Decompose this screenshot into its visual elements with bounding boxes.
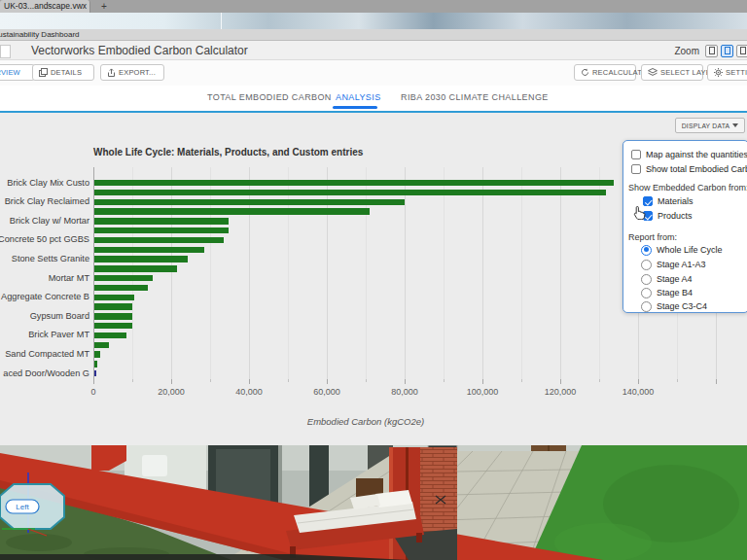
radio-whole-life-cycle[interactable] [641, 245, 652, 256]
pane-icon [740, 47, 746, 54]
axis-tick [249, 379, 250, 384]
axis-tick [560, 379, 561, 384]
select-layers-button[interactable]: SELECT LAYERS... [641, 64, 703, 81]
bar-gypsum-board[interactable] [94, 313, 132, 319]
axis-tick [638, 379, 639, 384]
bar-stone-setts-granite[interactable] [94, 256, 188, 262]
radio-stage-c3-c4[interactable] [641, 301, 652, 312]
refresh-icon [581, 68, 589, 77]
checkbox-0[interactable] [631, 150, 641, 159]
display-data-label: DISPLAY DATA [682, 122, 730, 129]
tab-total-embodied-carbon[interactable]: TOTAL EMBODIED CARBON [207, 92, 332, 102]
overview-button[interactable]: OVERVIEW [0, 64, 35, 81]
axis-tick [405, 379, 406, 384]
bar-aggregate-concrete-b[interactable] [94, 295, 134, 300]
bar-brick-clay-w-mortar[interactable] [94, 218, 229, 224]
bar-concrete-50-pct-ggbs[interactable] [94, 237, 224, 243]
3d-viewport-render[interactable]: Left [0, 445, 747, 560]
bar-mortar-mt[interactable] [94, 275, 153, 281]
checkbox-label: Map against the quantities [646, 150, 747, 159]
active-tab-underline [333, 106, 377, 109]
axis-tick [93, 379, 94, 384]
bar-brick-paver-mt[interactable] [94, 332, 126, 338]
y-axis-category-label: Concrete 50 pct GGBS [0, 234, 89, 244]
scene-shapes [0, 445, 747, 560]
y-axis-category-label: Brick Clay Mix Custo [7, 178, 89, 188]
document-tab-bar: UK-03...andscape.vwx + [0, 0, 747, 13]
axis-tick [444, 379, 445, 382]
dashboard-header: Vectorworks Embodied Carbon Calculator Z… [0, 41, 747, 60]
zoom-pane-1-button[interactable] [705, 45, 718, 57]
radio-stage-a1-a3[interactable] [641, 260, 652, 270]
collapse-icon[interactable] [0, 45, 11, 58]
settings-button[interactable]: SETTINGS [707, 64, 747, 81]
background-sky-strip [0, 13, 747, 29]
bar-unlabeled[interactable] [94, 247, 204, 253]
pane-icon [725, 47, 730, 54]
zoom-label: Zoom [674, 46, 699, 56]
y-axis-category-label: Brick Clay Reclaimed [5, 196, 89, 206]
axis-tick [366, 379, 367, 382]
y-axis-category-label: Stone Setts Granite [12, 254, 89, 263]
export-button[interactable]: EXPORT... [100, 64, 164, 81]
group-heading: Report from: [628, 232, 677, 242]
recalculate-label: RECALCULATE [592, 68, 647, 77]
export-icon [107, 68, 116, 78]
axis-tick [327, 379, 328, 384]
bar-unlabeled[interactable] [94, 303, 132, 309]
layers-icon [648, 68, 658, 77]
axis-tick [132, 379, 133, 382]
bar-unlabeled[interactable] [94, 228, 229, 233]
bar-unlabeled[interactable] [94, 265, 177, 271]
y-axis-category-label: Aggregate Concrete B [1, 292, 89, 301]
mouse-cursor-hand [632, 205, 646, 220]
export-label: EXPORT... [119, 68, 156, 77]
palette-title: Sustainability Dashboard [0, 30, 80, 39]
y-axis-category-label: Mortar MT [49, 273, 89, 283]
axis-tick [599, 379, 600, 382]
bar-brick-clay-reclaimed[interactable] [94, 199, 405, 205]
axis-tick [171, 379, 172, 384]
axis-tick [716, 379, 717, 384]
checkbox-1[interactable] [631, 164, 641, 174]
palette-title-bar[interactable]: Sustainability Dashboard [0, 29, 747, 41]
bar-unlabeled[interactable] [94, 285, 148, 291]
display-data-button[interactable]: DISPLAY DATA [675, 118, 745, 133]
zoom-pane-3-button[interactable] [736, 45, 747, 57]
bar-unlabeled[interactable] [94, 323, 132, 329]
gridline [560, 167, 561, 379]
y-axis-category-label: aced Door/Wooden G [3, 368, 89, 378]
recalculate-button[interactable]: RECALCULATE [574, 64, 636, 81]
bar-unlabeled[interactable] [94, 361, 97, 367]
new-tab-button[interactable]: + [97, 0, 111, 13]
view-label-text: Left [16, 503, 29, 511]
bar-unlabeled[interactable] [94, 190, 606, 195]
tab-analysis[interactable]: ANALYSIS [336, 92, 381, 102]
bar-sand-compacted-mt[interactable] [94, 351, 100, 357]
y-axis-category-label: Brick Clay w/ Mortar [10, 216, 89, 226]
x-axis-label: Embodied Carbon (kgCO2e) [93, 416, 638, 427]
bar-brick-clay-mix-custo[interactable] [94, 180, 614, 186]
details-icon [39, 68, 48, 77]
checkbox-label: Products [658, 211, 693, 221]
radio-stage-a4[interactable] [641, 274, 652, 285]
document-tab[interactable]: UK-03...andscape.vwx [0, 0, 90, 13]
gridline [521, 167, 522, 379]
x-tick-label: 80,000 [375, 387, 434, 397]
bar-unlabeled[interactable] [94, 342, 109, 348]
bar-aced-door-wooden-g[interactable] [94, 370, 96, 376]
gridline [482, 167, 483, 379]
y-axis-category-label: Gypsum Board [30, 311, 89, 321]
gear-icon [714, 68, 723, 77]
x-tick-label: 120,000 [531, 387, 589, 397]
axis-tick [482, 379, 483, 384]
bar-unlabeled[interactable] [94, 208, 370, 214]
tab-riba-2030[interactable]: RIBA 2030 CLIMATE CHALLENGE [401, 92, 549, 102]
chevron-down-icon [732, 123, 738, 127]
details-button[interactable]: DETAILS [32, 64, 94, 81]
radio-stage-b4[interactable] [641, 288, 652, 298]
zoom-pane-2-button[interactable] [721, 45, 733, 57]
page-title: Vectorworks Embodied Carbon Calculator [31, 44, 248, 57]
report-tab-strip: TOTAL EMBODIED CARBON ANALYSIS RIBA 2030… [0, 86, 747, 111]
toolbar: OVERVIEW DETAILS EXPORT... RECALCULATE S… [0, 60, 747, 86]
